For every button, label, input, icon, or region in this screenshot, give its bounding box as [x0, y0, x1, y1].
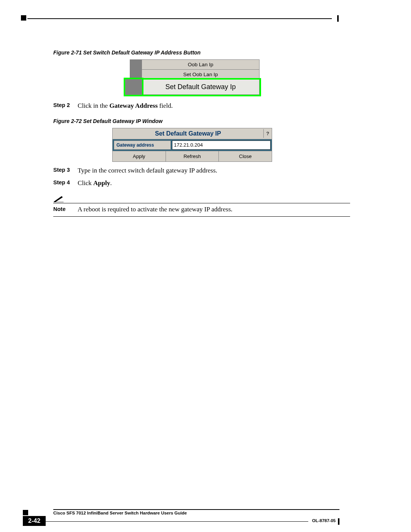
window-titlebar: Set Default Gateway IP ? — [113, 128, 272, 139]
note-label: Note — [53, 206, 78, 213]
row-label: Set Default Gateway Ip — [165, 83, 236, 91]
window-title: Set Default Gateway IP — [113, 128, 263, 139]
note-block: Note A reboot is required to activate th… — [53, 195, 331, 217]
footer-bar: 2-42 OL-8787-05 — [23, 516, 339, 526]
step-text: Type in the correct switch default gatew… — [78, 166, 331, 175]
crop-mark-square — [21, 15, 26, 21]
note-text: A reboot is required to activate the new… — [78, 206, 233, 213]
button-set-default-gateway-ip[interactable]: Set Default Gateway Ip — [142, 80, 260, 95]
doc-id: OL-8787-05 — [308, 516, 336, 526]
help-button[interactable]: ? — [263, 129, 272, 138]
step-label: Step 2 — [53, 102, 78, 110]
content-area: Figure 2-71 Set Switch Default Gateway I… — [53, 15, 331, 217]
window-body: Gateway address — [113, 139, 272, 151]
apply-button[interactable]: Apply — [113, 151, 166, 161]
step-4: Step 4 Click Apply. — [53, 179, 331, 188]
page-footer: Cisco SFS 7012 InfiniBand Server Switch … — [23, 509, 339, 532]
figure-72-label: Figure 2-72 Set Default Gateway IP Windo… — [53, 118, 331, 124]
row-handle-icon — [125, 79, 142, 95]
figure-71-label: Figure 2-71 Set Switch Default Gateway I… — [53, 50, 331, 56]
row-label: Set Oob Lan Ip — [183, 72, 218, 77]
text: . — [110, 179, 112, 187]
button-oob-lan-ip[interactable]: Oob Lan Ip — [142, 59, 260, 70]
row-handle-icon — [130, 59, 142, 70]
text: field. — [158, 102, 173, 109]
action-bold: Apply — [93, 179, 110, 187]
row-label: Oob Lan Ip — [188, 62, 213, 67]
page-number-badge: 2-42 — [23, 516, 46, 526]
footer-end-mark-icon — [338, 518, 339, 525]
window-button-bar: Apply Refresh Close — [113, 151, 272, 161]
crop-mark-bar — [337, 15, 339, 22]
close-button[interactable]: Close — [219, 151, 272, 161]
step-text: Click in the Gateway Address field. — [78, 102, 331, 110]
page: Figure 2-71 Set Switch Default Gateway I… — [0, 0, 411, 532]
step-2: Step 2 Click in the Gateway Address fiel… — [53, 102, 331, 110]
footer-line — [46, 521, 308, 526]
pencil-icon — [53, 195, 64, 202]
footer-doc-title: Cisco SFS 7012 InfiniBand Server Switch … — [53, 511, 339, 516]
footer-rule — [53, 509, 339, 510]
footer-crop-square — [23, 510, 28, 515]
step-3: Step 3 Type in the correct switch defaul… — [53, 166, 331, 175]
step-text: Click Apply. — [78, 179, 331, 188]
step-label: Step 3 — [53, 166, 78, 175]
figure-72-window: Set Default Gateway IP ? Gateway address… — [112, 128, 272, 162]
text: Click — [78, 179, 93, 187]
divider — [53, 203, 350, 203]
divider — [53, 216, 350, 217]
figure-71: Oob Lan Ip Set Oob Lan Ip Set Default Ga… — [53, 59, 331, 95]
top-rule — [27, 18, 332, 19]
gateway-address-label: Gateway address — [114, 141, 171, 150]
field-name-bold: Gateway Address — [110, 102, 158, 109]
step-label: Step 4 — [53, 179, 78, 188]
refresh-button[interactable]: Refresh — [166, 151, 219, 161]
gateway-address-input[interactable] — [172, 141, 271, 150]
row-handle-icon — [130, 69, 142, 80]
button-set-oob-lan-ip[interactable]: Set Oob Lan Ip — [142, 70, 260, 80]
text: Click in the — [78, 102, 110, 109]
